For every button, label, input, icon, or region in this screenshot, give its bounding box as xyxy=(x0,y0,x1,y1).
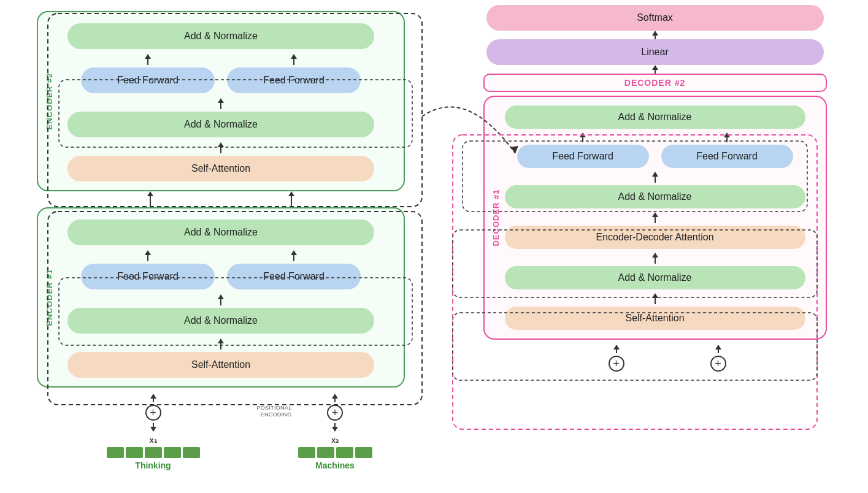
enc2-ff-row: Feed Forward Feed Forward xyxy=(81,54,361,93)
arrow-icon xyxy=(288,191,294,196)
plus-circle-dec-right: + xyxy=(710,356,726,372)
arrow-icon xyxy=(150,427,156,432)
dec1-enc-dec-attn: Encoder-Decoder Attention xyxy=(505,226,805,249)
thinking-label: Thinking xyxy=(135,461,171,470)
enc2-add-norm-top: Add & Normalize xyxy=(67,23,374,49)
encoder1-box: ENCODER #1 Add & Normalize Feed Forward xyxy=(37,207,405,388)
enc-inputs: + x₁ Thinking POSITIONAL ENCODI xyxy=(70,394,372,470)
encoder2-box: ENCODER #2 Add & Normalize xyxy=(37,11,405,191)
arrow-icon xyxy=(652,212,658,217)
enc1-ff-left: Feed Forward xyxy=(81,264,215,289)
arrow-icon xyxy=(147,191,153,196)
enc-input-x1: + x₁ Thinking xyxy=(107,394,200,470)
dec1-ff-row: Feed Forward Feed Forward xyxy=(517,132,793,168)
plus-circle-x1: + xyxy=(145,405,161,421)
dec-input-right: + xyxy=(710,345,726,372)
arrow-icon xyxy=(291,250,297,255)
linear-block: Linear xyxy=(486,39,824,65)
enc2-ff-left: Feed Forward xyxy=(81,67,215,93)
arrow-icon xyxy=(332,427,338,432)
plus-circle-dec-left: + xyxy=(609,356,624,372)
encoder1-label: ENCODER #1 xyxy=(45,269,54,326)
enc1-add-norm-top: Add & Normalize xyxy=(67,220,374,245)
arrow-icon xyxy=(652,31,658,36)
dec1-self-attn: Self-Attention xyxy=(505,307,805,330)
plus-circle-x2: + xyxy=(327,405,343,421)
decoder-section: Softmax Linear DECODER #2 DECODER #1 Add… xyxy=(442,0,868,493)
dec1-ff-right: Feed Forward xyxy=(661,145,793,168)
transformer-diagram: ENCODER #2 Add & Normalize xyxy=(0,0,868,493)
decoder2-label: DECODER #2 xyxy=(624,78,685,88)
enc2-add-norm-mid: Add & Normalize xyxy=(67,112,374,137)
arrow-icon xyxy=(145,250,151,255)
enc-input-x2: POSITIONAL ENCODING + x₂ xyxy=(298,394,372,470)
arrow-icon xyxy=(724,132,730,137)
arrow-icon xyxy=(652,172,658,177)
arrow-icon xyxy=(715,345,721,350)
arrow-icon xyxy=(332,394,338,399)
arrow-icon xyxy=(218,98,224,103)
arrow-icon xyxy=(652,293,658,298)
dec1-ff-left: Feed Forward xyxy=(517,145,649,168)
arrow-icon xyxy=(613,345,620,350)
softmax-block: Softmax xyxy=(486,5,824,31)
enc2-top-section: Add & Normalize Feed Forward xyxy=(52,23,390,182)
x1-embedding xyxy=(107,447,200,458)
arrow-icon xyxy=(150,394,156,399)
enc1-ff-right: Feed Forward xyxy=(227,264,361,289)
encoder-section: ENCODER #2 Add & Normalize xyxy=(0,0,442,493)
enc1-add-norm-mid: Add & Normalize xyxy=(67,308,374,334)
enc1-section: Add & Normalize Feed Forward xyxy=(52,220,390,378)
dec-input-left: + xyxy=(609,345,624,372)
enc1-ff-row: Feed Forward Feed Forward xyxy=(81,250,361,289)
dec1-add-norm-2: Add & Normalize xyxy=(505,185,805,208)
dec1-add-norm-3: Add & Normalize xyxy=(505,266,805,289)
decoder1-label: DECODER #1 xyxy=(491,189,501,246)
enc2-ff-right: Feed Forward xyxy=(227,67,361,93)
encoder2-label: ENCODER #2 xyxy=(45,72,54,129)
arrow-icon xyxy=(218,294,224,299)
arrow-icon xyxy=(652,65,658,70)
machines-label: Machines xyxy=(315,461,355,470)
dec1-add-norm-top: Add & Normalize xyxy=(505,105,805,129)
decoder1-box: DECODER #1 Add & Normalize Feed Forward xyxy=(483,96,827,340)
x1-label: x₁ xyxy=(149,435,156,445)
positional-encoding-label: POSITIONAL ENCODING xyxy=(243,405,292,418)
enc2-self-attn: Self-Attention xyxy=(67,156,374,182)
decoder2-label-bar: DECODER #2 xyxy=(483,74,827,92)
arrow-icon xyxy=(580,132,586,137)
dec-inputs: + + xyxy=(584,345,726,372)
arrow-icon xyxy=(218,338,224,343)
arrow-icon xyxy=(218,142,224,147)
arrow-icon xyxy=(652,253,658,258)
x2-embedding xyxy=(298,447,372,458)
x2-label: x₂ xyxy=(331,435,339,445)
enc1-self-attn: Self-Attention xyxy=(67,352,374,378)
arrow-icon xyxy=(145,54,151,59)
arrow-icon xyxy=(291,54,297,59)
